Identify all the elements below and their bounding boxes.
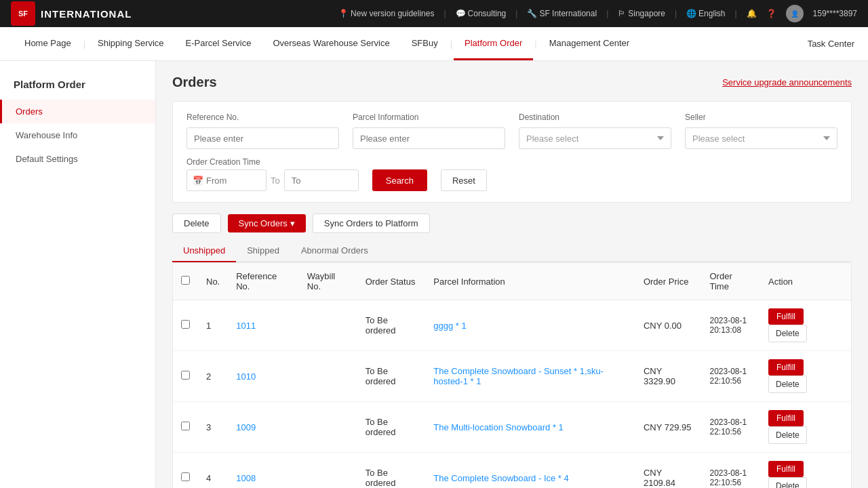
- col-parcel-info: Parcel Information: [425, 263, 635, 300]
- search-button[interactable]: Search: [372, 169, 427, 191]
- cell-time-1: 2023-08-122:10:56: [701, 351, 760, 402]
- parcel-info-input[interactable]: [353, 127, 505, 149]
- cell-status-1: To Be ordered: [357, 351, 426, 402]
- fulfill-button-3[interactable]: Fulfill: [768, 461, 804, 477]
- nav-platform-order[interactable]: Platform Order: [454, 27, 533, 60]
- reference-no-input[interactable]: [186, 127, 339, 149]
- fulfill-button-1[interactable]: Fulfill: [768, 359, 804, 375]
- delete-button[interactable]: Delete: [172, 214, 221, 233]
- col-action: Action: [760, 263, 851, 300]
- main-content: Orders Service upgrade announcements Ref…: [156, 61, 868, 488]
- row-delete-button-0[interactable]: Delete: [768, 325, 807, 342]
- tab-shipped[interactable]: Shipped: [236, 240, 290, 262]
- cell-ref-1: 1010: [228, 351, 299, 402]
- nav-shipping[interactable]: Shipping Service: [87, 27, 175, 60]
- user-id[interactable]: 159****3897: [813, 9, 857, 18]
- col-order-status: Order Status: [357, 263, 426, 300]
- sync-orders-button[interactable]: Sync Orders ▾: [228, 214, 306, 232]
- sidebar-item-orders[interactable]: Orders: [0, 100, 155, 123]
- cell-time-2: 2023-08-122:10:56: [701, 402, 760, 453]
- bell-icon[interactable]: 🔔: [747, 9, 757, 18]
- date-to-input[interactable]: [284, 169, 359, 191]
- row-delete-button-1[interactable]: Delete: [768, 375, 807, 393]
- task-center-link[interactable]: Task Center: [808, 39, 854, 49]
- row-delete-button-2[interactable]: Delete: [768, 426, 807, 444]
- header-checkbox-cell: [173, 263, 198, 300]
- destination-select[interactable]: Please select: [519, 127, 671, 149]
- sidebar-item-warehouse-info[interactable]: Warehouse Info: [0, 123, 155, 147]
- nav-overseas[interactable]: Overseas Warehouse Service: [262, 27, 400, 60]
- sf-international-link[interactable]: 🔧 SF International: [527, 9, 597, 18]
- cell-parcel-0: gggg * 1: [425, 300, 635, 351]
- calendar-icon: 📅: [193, 176, 203, 186]
- table-header-row: No. Reference No. Waybill No. Order Stat…: [173, 263, 851, 300]
- page-title: Orders: [172, 75, 217, 90]
- table-row: 4 1008 To Be ordered The Complete Snowbo…: [173, 453, 851, 489]
- nav-management[interactable]: Management Center: [538, 27, 641, 60]
- cell-ref-2: 1009: [228, 402, 299, 453]
- tabs: Unshipped Shipped Abnormal Orders: [172, 240, 852, 262]
- row-delete-button-3[interactable]: Delete: [768, 477, 807, 488]
- logo-text: INTERNATIONAL: [41, 8, 132, 20]
- orders-table: No. Reference No. Waybill No. Order Stat…: [173, 263, 851, 488]
- cell-parcel-2: The Multi-location Snowboard * 1: [425, 402, 635, 453]
- parcel-info-group: Parcel Information: [353, 113, 505, 149]
- singapore-link[interactable]: 🏳 Singapore: [618, 9, 665, 18]
- tab-abnormal[interactable]: Abnormal Orders: [290, 240, 379, 262]
- cell-no-3: 4: [198, 453, 228, 489]
- logo[interactable]: SF INTERNATIONAL: [11, 1, 132, 26]
- row-checkbox-1[interactable]: [181, 371, 190, 380]
- table-row: 1 1011 To Be ordered gggg * 1 CNY 0.00 2…: [173, 300, 851, 351]
- help-icon[interactable]: ❓: [766, 9, 776, 18]
- sidebar: Platform Order Orders Warehouse Info Def…: [0, 61, 156, 488]
- date-inputs: 📅 To: [186, 169, 359, 191]
- date-from-input[interactable]: [206, 176, 260, 186]
- seller-select[interactable]: Please select: [685, 127, 837, 149]
- ref-link-3[interactable]: 1008: [236, 473, 256, 483]
- cell-ref-3: 1008: [228, 453, 299, 489]
- reset-button[interactable]: Reset: [441, 169, 487, 191]
- col-waybill-no: Waybill No.: [299, 263, 357, 300]
- ref-link-1[interactable]: 1010: [236, 371, 256, 382]
- row-checkbox-2[interactable]: [181, 422, 190, 430]
- sync-to-platform-button[interactable]: Sync Orders to Platform: [313, 214, 430, 233]
- destination-label: Destination: [519, 113, 671, 122]
- action-bar: Delete Sync Orders ▾ Sync Orders to Plat…: [172, 214, 852, 233]
- nav-home[interactable]: Home Page: [14, 27, 82, 60]
- ref-link-2[interactable]: 1009: [236, 422, 256, 432]
- row-checkbox-0[interactable]: [181, 320, 190, 329]
- cell-price-0: CNY 0.00: [635, 300, 702, 351]
- col-order-time: Order Time: [701, 263, 760, 300]
- seller-group: Seller Please select: [685, 113, 837, 149]
- service-upgrade-link[interactable]: Service upgrade announcements: [722, 77, 852, 87]
- cell-waybill-2: [299, 402, 357, 453]
- row-checkbox-cell-2: [173, 402, 198, 453]
- table-row: 3 1009 To Be ordered The Multi-location …: [173, 402, 851, 453]
- sidebar-item-default-settings[interactable]: Default Settings: [0, 147, 155, 171]
- layout: Platform Order Orders Warehouse Info Def…: [0, 61, 868, 488]
- row-checkbox-cell-1: [173, 351, 198, 402]
- tab-unshipped[interactable]: Unshipped: [172, 240, 236, 262]
- reference-no-label: Reference No.: [186, 113, 339, 122]
- fulfill-button-2[interactable]: Fulfill: [768, 410, 804, 426]
- nav-eparcel[interactable]: E-Parcel Service: [175, 27, 262, 60]
- destination-group: Destination Please select: [519, 113, 671, 149]
- reference-no-group: Reference No.: [186, 113, 339, 149]
- consulting-link[interactable]: 💬 Consulting: [456, 9, 507, 18]
- language-link[interactable]: 🌐 English: [686, 9, 725, 18]
- ref-link-0[interactable]: 1011: [236, 321, 256, 331]
- cell-time-3: 2023-08-122:10:56: [701, 453, 760, 489]
- select-all-checkbox[interactable]: [181, 276, 190, 285]
- top-bar: SF INTERNATIONAL 📍 New version guideline…: [0, 0, 868, 27]
- new-version-link[interactable]: 📍 New version guidelines: [338, 9, 434, 18]
- date-separator: To: [271, 176, 280, 186]
- user-avatar[interactable]: 👤: [786, 5, 804, 22]
- fulfill-button-0[interactable]: Fulfill: [768, 308, 804, 325]
- col-no: No.: [198, 263, 228, 300]
- nav-sfbuy[interactable]: SFBuy: [401, 27, 449, 60]
- row-checkbox-3[interactable]: [181, 472, 190, 481]
- cell-status-0: To Be ordered: [357, 300, 426, 351]
- user-icon: 👤: [791, 10, 799, 18]
- cell-price-3: CNY 2109.84: [635, 453, 702, 489]
- cell-waybill-0: [299, 300, 357, 351]
